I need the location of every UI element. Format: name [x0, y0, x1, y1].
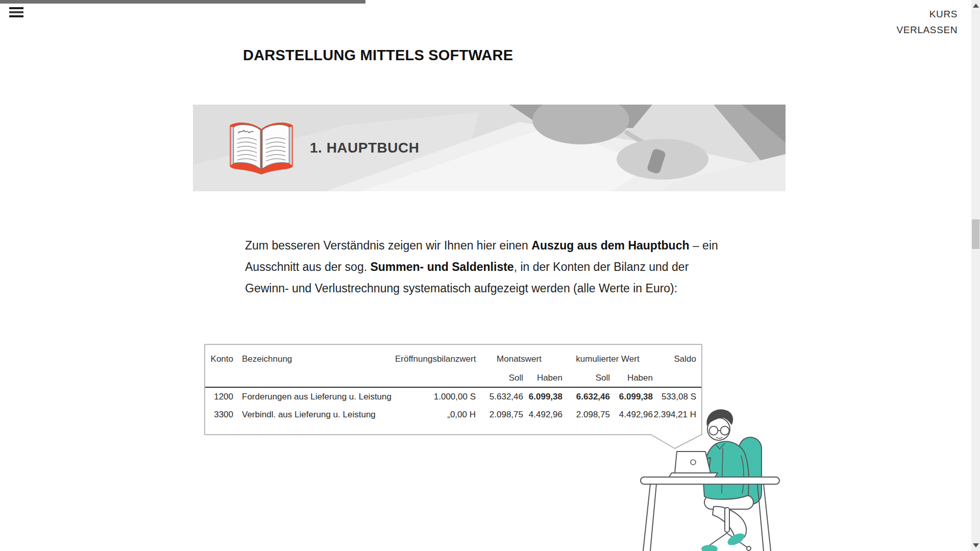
- column-header-saldo: Saldo: [653, 354, 696, 364]
- exit-course-button[interactable]: KURS VERLASSEN: [897, 6, 958, 38]
- column-header-kumulierter-wert: kumulierter Wert: [562, 354, 653, 364]
- table-cell: 2.098,75: [562, 410, 610, 420]
- table-cell: 533,08 S: [653, 392, 696, 402]
- column-header-eroeffnungsbilanzwert: Eröffnungsbilanzwert: [395, 354, 476, 364]
- intro-bold-text: Summen- und Saldenliste: [370, 260, 513, 273]
- banner-image: 1. HAUPTBUCH: [193, 105, 786, 191]
- intro-paragraph: Zum besseren Verständnis zeigen wir Ihne…: [245, 235, 725, 299]
- intro-bold-text: Auszug aus dem Hauptbuch: [531, 239, 689, 252]
- exit-course-label-line2: VERLASSEN: [897, 22, 958, 38]
- intro-text: Zum besseren Verständnis zeigen wir Ihne…: [245, 239, 531, 252]
- table-cell: 6.099,38: [523, 392, 562, 402]
- table-cell: 1.000,00 S: [395, 392, 476, 402]
- table-cell: 5.632,46: [476, 392, 523, 402]
- table-cell: 6.632,46: [562, 392, 610, 402]
- column-header-konto: Konto: [205, 354, 233, 364]
- scrollbar[interactable]: [971, 0, 980, 551]
- scroll-thumb[interactable]: [972, 219, 979, 249]
- column-header-bezeichnung: Bezeichnung: [233, 354, 395, 364]
- subheader-monat-haben: Haben: [523, 373, 562, 383]
- table-cell: 6.099,38: [610, 392, 653, 402]
- scroll-down-icon[interactable]: [973, 543, 979, 547]
- table-subheader-row: Soll Haben Soll Haben: [205, 369, 701, 388]
- table-cell: 3300: [205, 410, 233, 420]
- subheader-monat-soll: Soll: [476, 373, 523, 383]
- table-cell: Forderungen aus Lieferung u. Leistung: [233, 392, 395, 402]
- column-header-monatswert: Monatswert: [476, 354, 562, 364]
- progress-bar: [0, 0, 365, 4]
- exit-course-label-line1: KURS: [897, 6, 958, 22]
- menu-button[interactable]: [9, 7, 24, 19]
- subheader-kumuliert-soll: Soll: [562, 373, 610, 383]
- table-cell: Verbindl. aus Lieferung u. Leistung: [233, 410, 395, 420]
- open-book-icon: [224, 119, 299, 179]
- table-cell: 4.492,96: [523, 410, 562, 420]
- table-body: 1200Forderungen aus Lieferung u. Leistun…: [205, 388, 701, 423]
- banner-title: 1. HAUPTBUCH: [310, 105, 419, 191]
- table-row: 1200Forderungen aus Lieferung u. Leistun…: [205, 388, 701, 406]
- subheader-kumuliert-haben: Haben: [610, 373, 653, 383]
- table-cell: „0,00 H: [395, 410, 476, 420]
- page-title: DARSTELLUNG MITTELS SOFTWARE: [243, 47, 513, 64]
- table-cell: 2.098,75: [476, 410, 523, 420]
- table-header-row: Konto Bezeichnung Eröffnungsbilanzwert M…: [205, 349, 701, 369]
- table-cell: 1200: [205, 392, 233, 402]
- scroll-up-icon[interactable]: [973, 4, 979, 8]
- hamburger-icon: [9, 7, 24, 17]
- person-at-desk-illustration: [628, 406, 796, 551]
- table-row: 3300Verbindl. aus Lieferung u. Leistung„…: [205, 406, 701, 423]
